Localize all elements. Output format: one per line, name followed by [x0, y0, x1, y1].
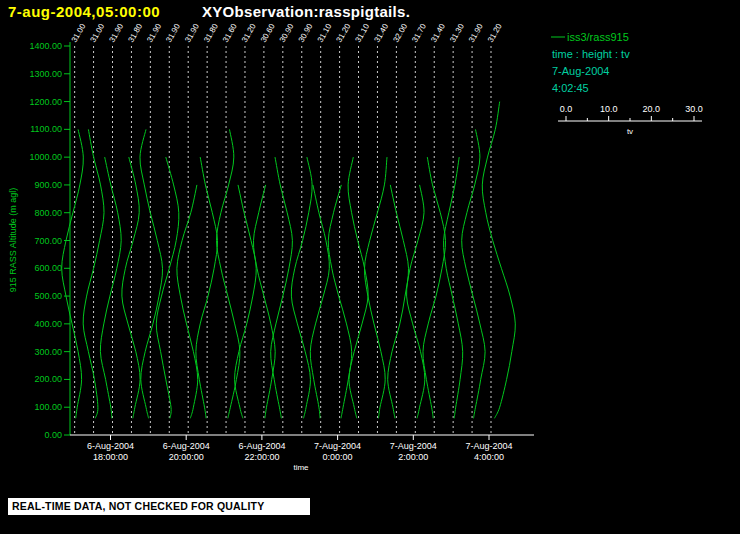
profile-trace [482, 102, 515, 419]
header-datetime: 7-aug-2004,05:00:00 [8, 3, 160, 20]
profile-ref-label: 31.20 [486, 22, 504, 44]
profile-ref-label: 31.30 [448, 22, 466, 44]
plot-canvas: 0.00100.00200.00300.00400.00500.00600.00… [0, 0, 740, 534]
y-tick-label: 200.00 [34, 374, 62, 384]
x-tick-date: 6-Aug-2004 [163, 441, 210, 451]
y-tick-label: 700.00 [34, 236, 62, 246]
y-tick-label: 600.00 [34, 263, 62, 273]
profile-trace [156, 157, 179, 418]
profile-ref-label: 31.00 [70, 22, 88, 44]
profile-ref-label: 31.80 [202, 22, 220, 44]
profile-ref-label: 31.00 [89, 22, 107, 44]
y-axis-title: 915 RASS Altitude (m agl) [8, 188, 18, 293]
profile-trace [62, 129, 84, 418]
profile-ref-label: 30.90 [278, 22, 296, 44]
y-tick-label: 900.00 [34, 180, 62, 190]
x-tick-date: 7-Aug-2004 [314, 441, 361, 451]
profile-ref-label: 31.90 [164, 22, 182, 44]
profile-ref-label: 31.80 [126, 22, 144, 44]
profile-ref-label: 31.40 [429, 22, 447, 44]
y-tick-label: 0.00 [44, 430, 62, 440]
profile-trace [253, 185, 275, 418]
profile-ref-label: 31.10 [353, 22, 371, 44]
y-tick-label: 1000.00 [29, 152, 62, 162]
tv-scale-tick-label: 30.0 [685, 104, 703, 114]
x-tick-time: 20:00:00 [169, 452, 204, 462]
y-tick-label: 300.00 [34, 347, 62, 357]
profile-trace [196, 157, 218, 418]
tv-scale-tick-label: 10.0 [600, 104, 618, 114]
profile-ref-label: 31.10 [316, 22, 334, 44]
profile-trace [177, 185, 198, 418]
profile-trace [462, 129, 485, 418]
profile-ref-label: 31.90 [183, 22, 201, 44]
legend-time-label: 4:02:45 [552, 82, 589, 94]
tv-scale-tick-label: 20.0 [643, 104, 661, 114]
profile-trace [271, 157, 293, 418]
profile-ref-label: 31.90 [467, 22, 485, 44]
quality-banner-text: REAL-TIME DATA, NOT CHECKED FOR QUALITY [8, 498, 310, 515]
profile-ref-label: 31.70 [410, 22, 428, 44]
page-title: XYObservation:rasspigtails. [202, 3, 410, 20]
x-tick-date: 6-Aug-2004 [87, 441, 134, 451]
profile-trace [310, 185, 329, 418]
y-tick-label: 800.00 [34, 208, 62, 218]
x-tick-time: 18:00:00 [93, 452, 128, 462]
y-tick-label: 1300.00 [29, 69, 62, 79]
legend-relation-label: time : height : tv [552, 48, 630, 60]
profile-ref-label: 31.20 [335, 22, 353, 44]
profile-trace [388, 185, 409, 418]
x-tick-date: 7-Aug-2004 [390, 441, 437, 451]
y-tick-label: 100.00 [34, 402, 62, 412]
x-tick-time: 4:00:00 [474, 452, 504, 462]
quality-banner: REAL-TIME DATA, NOT CHECKED FOR QUALITY [8, 498, 310, 515]
plot-area: 0.00100.00200.00300.00400.00500.00600.00… [29, 22, 702, 462]
profile-ref-label: 31.20 [240, 22, 258, 44]
x-axis-title: time [293, 463, 309, 472]
x-tick-time: 22:00:00 [244, 452, 279, 462]
x-tick-time: 2:00:00 [398, 452, 428, 462]
x-tick-date: 7-Aug-2004 [465, 441, 512, 451]
profile-ref-label: 31.90 [107, 22, 125, 44]
profile-trace [348, 157, 368, 418]
tv-scale-label: tv [627, 127, 633, 136]
y-tick-label: 1200.00 [29, 97, 62, 107]
tv-scale-tick-label: 0.0 [560, 104, 573, 114]
profile-trace [140, 129, 163, 418]
y-tick-label: 1100.00 [30, 124, 62, 134]
profile-trace [100, 157, 121, 418]
profile-trace [235, 185, 257, 418]
profile-ref-label: 31.60 [221, 22, 239, 44]
y-tick-label: 400.00 [34, 319, 62, 329]
x-tick-date: 6-Aug-2004 [238, 441, 285, 451]
profile-trace [328, 185, 351, 418]
x-tick-time: 0:00:00 [323, 452, 353, 462]
profile-trace [217, 129, 240, 418]
profile-ref-label: 30.60 [259, 22, 277, 44]
profile-ref-label: 31.90 [145, 22, 163, 44]
legend-date-label: 7-Aug-2004 [552, 65, 610, 77]
profile-ref-label: 32.00 [391, 22, 409, 44]
app-window: 0.00100.00200.00300.00400.00500.00600.00… [0, 0, 740, 534]
profile-ref-label: 30.90 [297, 22, 315, 44]
profile-ref-label: 31.40 [372, 22, 390, 44]
y-tick-label: 500.00 [34, 291, 62, 301]
legend-series-label: iss3/rass915 [567, 31, 629, 43]
y-tick-label: 1400.00 [29, 41, 62, 51]
profile-trace [122, 157, 140, 418]
